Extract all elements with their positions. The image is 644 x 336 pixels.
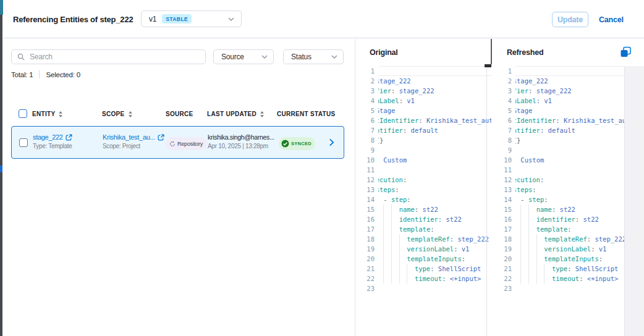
code-line: 3 identifier: stage_222: [363, 86, 491, 96]
background-app-edge-blue: [0, 166, 2, 172]
scrollbar-track[interactable]: [491, 39, 492, 64]
code-line: 15 name: st22: [501, 204, 625, 214]
table-row[interactable]: stage_222 Type: Template Krishika_test_a…: [11, 126, 344, 159]
original-pane-border: [486, 66, 487, 336]
code-line: 22 timeout: <+input>: [363, 274, 491, 284]
code-line: 4 versionLabel: v1: [501, 96, 625, 106]
column-header-entity[interactable]: ENTITY: [32, 111, 62, 117]
panel-divider: [355, 39, 355, 336]
search-icon: [17, 53, 25, 61]
code-line: 22 timeout: <+input>: [501, 274, 625, 284]
scope-cell: Krishika_test_au... Scope: Project: [103, 133, 164, 149]
status-badge: SYNCED: [279, 137, 315, 150]
chevron-right-icon[interactable]: [329, 138, 334, 146]
code-line: 11 spec:: [501, 165, 625, 175]
selected-count: Selected: 0: [46, 71, 80, 78]
row-checkbox[interactable]: [19, 138, 28, 147]
entity-cell: stage_222 Type: Template: [33, 133, 72, 149]
code-line: 8 tags: {}: [501, 135, 625, 145]
code-line: 17 template:: [363, 224, 491, 234]
code-line: 7 orgIdentifier: default: [501, 125, 625, 135]
code-line: 4 versionLabel: v1: [363, 96, 491, 106]
refreshed-code-pane[interactable]: 1template:2 name: stage_2223 identifier:…: [501, 66, 625, 336]
version-value: v1: [149, 15, 156, 23]
copy-icon[interactable]: [620, 46, 632, 58]
code-line: 21 type: ShellScript: [363, 264, 491, 274]
code-line: 2 name: stage_222: [363, 76, 491, 86]
scrollbar-thumb[interactable]: [485, 64, 491, 67]
scrollbar-gutter: [625, 66, 644, 336]
status-filter-dropdown[interactable]: Status: [283, 49, 344, 64]
page-title: Referencing Entities of step_222: [13, 15, 133, 24]
sort-icon[interactable]: [260, 111, 264, 117]
external-link-icon[interactable]: [66, 134, 72, 141]
code-line: 1template:: [501, 66, 625, 76]
chevron-down-icon: [331, 55, 337, 59]
code-line: 13 steps:: [501, 185, 625, 195]
code-line: 9 spec:: [363, 145, 491, 155]
update-button[interactable]: Update: [552, 12, 588, 27]
scope-link[interactable]: Krishika_test_au...: [103, 133, 164, 141]
stable-badge: STABLE: [162, 14, 192, 23]
code-line: 16 identifier: st22: [501, 214, 625, 224]
background-app-edge-dark2: [0, 172, 2, 336]
code-line: 10 type: Custom: [363, 155, 491, 165]
check-circle-icon: [281, 140, 289, 148]
search-input[interactable]: Search: [11, 49, 206, 64]
totals-bar: Total: 1 Selected: 0: [11, 70, 80, 78]
code-line: 10 type: Custom: [501, 155, 625, 165]
external-link-icon[interactable]: [158, 134, 164, 141]
code-line: 2 name: stage_222: [501, 76, 625, 86]
original-pane-title: Original: [370, 48, 398, 57]
code-line: 20 templateInputs:: [363, 254, 491, 264]
select-all-checkbox[interactable]: [19, 109, 27, 118]
original-code-pane[interactable]: 1template:2 name: stage_2223 identifier:…: [363, 66, 491, 336]
code-line: 20 templateInputs:: [501, 254, 625, 264]
column-header-scope[interactable]: SCOPE: [102, 111, 132, 117]
version-dropdown[interactable]: v1 STABLE: [141, 10, 242, 27]
code-line: 18 templateRef: step_222: [501, 234, 625, 244]
code-line: 14 - step:: [363, 195, 491, 204]
background-app-edge-dark: [0, 15, 2, 166]
updated-at: Apr 10, 2025 | 13:28pm: [208, 143, 274, 149]
chevron-down-icon: [261, 55, 268, 59]
code-line: 1template:: [363, 66, 491, 76]
column-header-current-status: CURRENT STATUS: [277, 111, 335, 117]
code-line: 3 identifier: stage_222: [501, 86, 625, 96]
search-placeholder: Search: [30, 52, 53, 61]
code-line: 18 templateRef: step_222: [363, 234, 491, 244]
repository-icon: [169, 141, 176, 147]
last-updated-cell: krishika.singh@harnes... Apr 10, 2025 | …: [208, 133, 274, 149]
code-line: 9 spec:: [501, 145, 625, 155]
scope-sub: Scope: Project: [103, 143, 164, 149]
sort-icon[interactable]: [129, 111, 132, 117]
code-line: 21 type: ShellScript: [501, 264, 625, 274]
sort-icon[interactable]: [59, 111, 62, 117]
code-line: 5 type: Stage: [501, 106, 625, 116]
entity-type: Type: Template: [33, 143, 72, 149]
source-filter-dropdown[interactable]: Source: [213, 49, 274, 64]
code-line: 6 projectIdentifier: Krishika_test_autom…: [363, 116, 491, 125]
refreshed-pane-title: Refreshed: [507, 48, 543, 57]
code-line: 19 versionLabel: v1: [363, 244, 491, 254]
total-count: Total: 1: [11, 71, 33, 78]
code-line: 19 versionLabel: v1: [501, 244, 625, 254]
updated-by: krishika.singh@harnes...: [208, 133, 274, 141]
column-header-source: SOURCE: [166, 111, 193, 117]
chevron-down-icon: [228, 17, 234, 21]
code-line: 23: [363, 284, 491, 293]
code-line: 13 steps:: [363, 185, 491, 195]
cancel-button[interactable]: Cancel: [599, 12, 624, 27]
column-header-last-updated[interactable]: LAST UPDATED: [207, 111, 264, 117]
source-badge: Repository: [166, 137, 207, 150]
code-line: 11 spec:: [363, 165, 491, 175]
code-line: 12 execution:: [363, 175, 491, 185]
modal-header: Referencing Entities of step_222 v1 STAB…: [3, 0, 644, 38]
entity-link[interactable]: stage_222: [33, 133, 72, 141]
code-line: 15 name: st22: [363, 204, 491, 214]
code-line: 6 projectIdentifier: Krishika_test_autom…: [501, 116, 625, 125]
divider: [39, 70, 40, 78]
code-line: 7 orgIdentifier: default: [363, 125, 491, 135]
code-line: 12 execution:: [501, 175, 625, 185]
code-line: 17 template:: [501, 224, 625, 234]
